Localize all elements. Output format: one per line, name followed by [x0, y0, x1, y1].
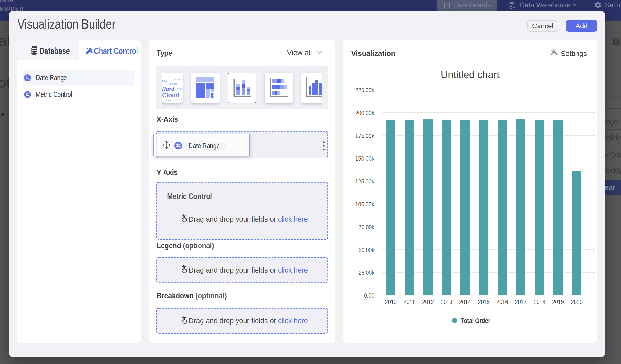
svg-text:2011: 2011 [403, 298, 415, 305]
svg-text:0.00: 0.00 [364, 293, 374, 299]
svg-text:2013: 2013 [441, 298, 452, 305]
svg-text:100.00k: 100.00k [355, 201, 374, 208]
svg-text:2012: 2012 [422, 298, 434, 305]
svg-text:175.00k: 175.00k [355, 133, 374, 139]
svg-text:150.00k: 150.00k [355, 156, 374, 162]
svg-text:50.00k: 50.00k [359, 247, 374, 253]
svg-text:125.00k: 125.00k [355, 178, 374, 185]
svg-text:75.00k: 75.00k [359, 224, 374, 230]
svg-text:Untitled chart: Untitled chart [441, 69, 500, 80]
svg-text:2010: 2010 [385, 298, 397, 305]
svg-text:2020: 2020 [571, 298, 583, 305]
svg-text:2014: 2014 [459, 298, 471, 305]
svg-text:200.00k: 200.00k [355, 110, 374, 116]
svg-text:225.00k: 225.00k [355, 87, 374, 93]
svg-text:2016: 2016 [496, 298, 508, 305]
svg-text:25.00k: 25.00k [359, 270, 374, 276]
svg-text:Total Order: Total Order [461, 316, 490, 325]
svg-text:2019: 2019 [552, 298, 564, 305]
svg-text:2018: 2018 [534, 298, 545, 305]
svg-text:2017: 2017 [515, 298, 527, 305]
svg-text:2015: 2015 [478, 298, 490, 305]
